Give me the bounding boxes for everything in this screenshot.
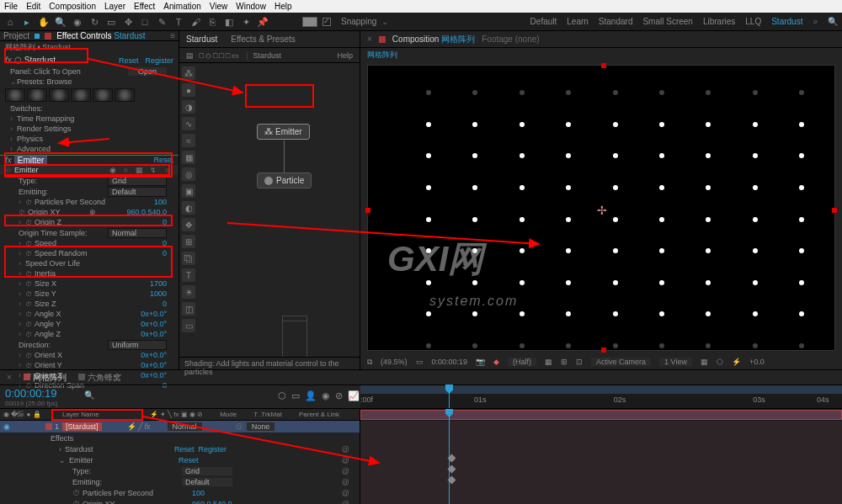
ws-llq[interactable]: LLQ — [745, 17, 761, 26]
replica-node-icon[interactable]: ◑ — [182, 100, 195, 114]
composition-viewer[interactable]: ✢ — [367, 65, 835, 351]
light-node-icon[interactable]: ☀ — [182, 285, 195, 299]
node-canvas[interactable]: ⁂ Emitter Particle — [198, 63, 360, 354]
fast-preview-icon[interactable]: ⚡ — [732, 358, 741, 366]
particle-node[interactable]: Particle — [257, 172, 312, 188]
ws-overflow-icon[interactable]: » — [813, 17, 818, 26]
toggle3d-icon[interactable]: ▦ — [701, 358, 708, 366]
pickwhip-icon[interactable]: @ — [342, 445, 349, 454]
hand-tool-icon[interactable]: ✋ — [38, 16, 50, 28]
emitter-header-icons[interactable]: ◉ ○ ▦ ↯ ☼ — [109, 166, 173, 174]
tlp-emitter[interactable]: Emitter — [69, 456, 179, 464]
layer-mode-dropdown[interactable]: Normal — [168, 422, 202, 431]
sizex-value[interactable]: 1700 — [150, 279, 167, 288]
ws-small-screen[interactable]: Small Screen — [642, 17, 692, 26]
tlp-stardust[interactable]: Stardust — [65, 445, 174, 454]
pickwhip-icon[interactable]: @ — [342, 478, 349, 486]
time-display[interactable]: 0:00:00:19 — [432, 358, 468, 366]
menu-window[interactable]: Window — [236, 2, 266, 11]
auxiliary-node-icon[interactable]: ◎ — [182, 167, 195, 181]
guides-icon[interactable]: ⊡ — [576, 358, 583, 366]
tl-close-icon[interactable]: × — [7, 373, 12, 382]
layer-bar[interactable] — [360, 410, 842, 420]
ws-learn[interactable]: Learn — [567, 17, 589, 26]
camera-node-icon[interactable]: ▭ — [182, 319, 195, 332]
pen-tool-icon[interactable]: ✎ — [156, 16, 168, 28]
open-button[interactable]: Open — [128, 67, 167, 76]
snapshot-icon[interactable]: 📷 — [476, 358, 485, 366]
rotate-tool-icon[interactable]: ↻ — [88, 16, 100, 28]
pickwhip-icon[interactable]: @ — [342, 456, 349, 464]
tab-footage[interactable]: Footage (none) — [482, 34, 539, 44]
pickwhip-icon[interactable]: @ — [342, 500, 349, 505]
type-dropdown[interactable]: Grid — [108, 176, 167, 186]
fill-swatch[interactable] — [302, 17, 317, 27]
comp-breadcrumb[interactable]: 网格阵列 — [367, 50, 397, 61]
tab-effects-presets[interactable]: Effects & Presets — [231, 34, 296, 44]
menu-effect[interactable]: Effect — [134, 2, 155, 11]
pps-value[interactable]: 100 — [154, 198, 167, 206]
tl-search-icon[interactable]: 🔍 — [84, 390, 94, 400]
layer-row-1[interactable]: ◉ 1 [Stardust] ⚡ ╱ fx Normal @ None — [0, 421, 360, 432]
timeline-ruler[interactable]: :00f 01s 02s 03s 04s — [360, 385, 842, 408]
row-advanced[interactable]: Advanced — [17, 145, 51, 153]
sizez-value[interactable]: 0 — [163, 300, 167, 308]
tl-frameblend-icon[interactable]: ◉ — [322, 390, 330, 401]
orbit-tool-icon[interactable]: ◉ — [72, 16, 83, 28]
pickwhip-icon[interactable]: @ — [342, 467, 349, 475]
tl-motionblur-icon[interactable]: ⊘ — [335, 390, 343, 401]
channel-icon[interactable]: ◆ — [493, 358, 499, 366]
fx-emitter-header[interactable]: fx Emitter Reset — [0, 155, 179, 164]
tlp-stardust-register[interactable]: Register — [199, 445, 227, 454]
clone-tool-icon[interactable]: ⎘ — [206, 16, 218, 28]
tlp-effects[interactable]: Effects — [51, 434, 160, 443]
tl-tab-2[interactable]: 六角蜂窝 — [78, 372, 121, 384]
tl-shy-icon[interactable]: 👤 — [305, 390, 317, 401]
region-icon[interactable]: ▦ — [545, 358, 552, 366]
direction-dropdown[interactable]: Uniform — [108, 340, 167, 350]
text-tool-icon[interactable]: T — [173, 16, 184, 28]
force-node-icon[interactable]: ∿ — [182, 117, 195, 130]
anglez-value[interactable]: 0x+0.0° — [141, 330, 167, 338]
particle-node-icon[interactable]: ● — [182, 83, 195, 97]
sol-label[interactable]: Speed Over Life — [25, 259, 80, 268]
brush-tool-icon[interactable]: 🖌 — [189, 16, 201, 28]
layer-parent-dropdown[interactable]: None — [247, 422, 275, 431]
field-node-icon[interactable]: ▦ — [182, 151, 195, 164]
selection-tool-icon[interactable]: ▸ — [21, 16, 33, 28]
menu-view[interactable]: View — [210, 2, 228, 11]
menu-layer[interactable]: Layer — [104, 2, 125, 11]
tab-project[interactable]: Project — [3, 31, 29, 40]
camera-dropdown[interactable]: Active Camera — [591, 358, 651, 366]
emitter-section-header[interactable]: ☆ Emitter ◉ ○ ▦ ↯ ☼ — [0, 165, 179, 175]
originz-value[interactable]: 0 — [163, 218, 167, 226]
node-help-link[interactable]: Help — [337, 51, 353, 60]
parent-pickwhip-icon[interactable]: @ — [236, 422, 243, 431]
transform-node-icon[interactable]: ✥ — [182, 218, 195, 231]
home-icon[interactable]: ⌂ — [4, 16, 16, 28]
row-render-settings[interactable]: Render Settings — [17, 125, 72, 133]
row-physics[interactable]: Physics — [17, 135, 43, 143]
timeline-tracks[interactable] — [360, 409, 842, 504]
crosshair-icon[interactable]: ⊕ — [89, 208, 96, 216]
fx-stardust-header[interactable]: fx ⬡ Stardust Reset Register — [0, 54, 179, 66]
originxy-value[interactable]: 960.0,540.0 — [126, 208, 167, 216]
panel-menu-icon[interactable]: ≡ — [170, 31, 175, 40]
presets-label[interactable]: Presets: Browse — [17, 77, 72, 86]
emitting-dropdown[interactable]: Default — [108, 187, 167, 197]
tlp-emitter-reset[interactable]: Reset — [179, 456, 199, 464]
sizey-value[interactable]: 1000 — [150, 289, 167, 298]
tlp-emitting-dropdown[interactable]: Default — [182, 478, 232, 486]
group-node-icon[interactable]: ⊞ — [182, 235, 195, 248]
draft3d-icon[interactable]: ⬡ — [717, 358, 723, 366]
puppet-tool-icon[interactable]: 📌 — [257, 16, 269, 28]
tl-tab-1[interactable]: 网格阵列 — [24, 372, 67, 384]
volume-node-icon[interactable]: ◫ — [182, 302, 195, 316]
menu-edit[interactable]: Edit — [26, 2, 40, 11]
emitter-node[interactable]: ⁂ Emitter — [257, 124, 310, 140]
tlp-pps-value[interactable]: 100 — [192, 489, 205, 497]
angley-value[interactable]: 0x+0.0° — [141, 320, 167, 328]
orientx-value[interactable]: 0x+0.0° — [141, 351, 167, 359]
material-node-icon[interactable]: ◐ — [182, 201, 195, 215]
info-icon[interactable]: ⧉ — [367, 358, 372, 367]
